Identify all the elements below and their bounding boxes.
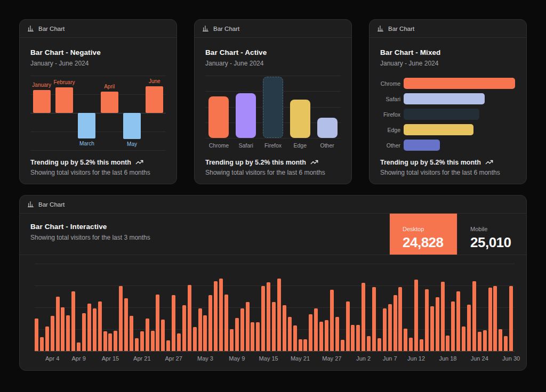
daily-bar[interactable] — [51, 316, 54, 351]
bar-march[interactable] — [78, 113, 95, 138]
bar-january[interactable] — [33, 90, 51, 113]
daily-bar[interactable] — [98, 301, 102, 351]
bar-firefox[interactable] — [263, 77, 283, 138]
daily-bar[interactable] — [309, 314, 312, 351]
daily-bar[interactable] — [161, 320, 165, 351]
daily-bar[interactable] — [504, 336, 508, 351]
daily-bar[interactable] — [35, 318, 38, 351]
daily-bar[interactable] — [208, 295, 212, 351]
daily-bar[interactable] — [335, 317, 339, 351]
daily-bar[interactable] — [330, 290, 334, 351]
daily-bar[interactable] — [488, 288, 492, 351]
daily-bar[interactable] — [40, 337, 44, 352]
daily-bar[interactable] — [314, 308, 318, 351]
daily-bar[interactable] — [483, 330, 487, 351]
daily-bar[interactable] — [61, 307, 65, 351]
daily-bar[interactable] — [151, 331, 155, 351]
daily-bar[interactable] — [299, 339, 302, 351]
daily-bar[interactable] — [235, 318, 239, 351]
daily-bar[interactable] — [119, 286, 123, 351]
daily-bar[interactable] — [499, 329, 502, 351]
daily-bar[interactable] — [230, 329, 234, 351]
mixed-bar-chart[interactable]: ChromeSafariFirefoxEdgeOther — [380, 78, 516, 151]
bar-june[interactable] — [146, 86, 163, 113]
daily-bar[interactable] — [272, 302, 276, 351]
daily-bar[interactable] — [124, 298, 128, 351]
daily-bar[interactable] — [462, 326, 465, 351]
daily-bar[interactable] — [82, 313, 86, 351]
daily-bar[interactable] — [383, 308, 387, 351]
daily-bar[interactable] — [261, 286, 265, 351]
daily-bar[interactable] — [56, 297, 60, 351]
negative-bar-chart[interactable]: JanuaryFebruaryMarchAprilMayJune — [30, 76, 166, 150]
bar-chrome[interactable] — [404, 78, 515, 89]
daily-bar[interactable] — [509, 286, 513, 351]
daily-bar[interactable] — [66, 315, 70, 351]
daily-bar[interactable] — [372, 287, 376, 351]
daily-bar[interactable] — [214, 281, 218, 351]
daily-bar[interactable] — [378, 338, 381, 351]
daily-bar[interactable] — [430, 306, 434, 351]
daily-bar[interactable] — [87, 304, 91, 351]
daily-bar[interactable] — [456, 291, 460, 351]
daily-bar[interactable] — [404, 329, 407, 351]
bar-edge[interactable] — [404, 124, 473, 135]
daily-bar[interactable] — [303, 339, 307, 351]
daily-bar[interactable] — [451, 301, 455, 351]
daily-bar[interactable] — [188, 285, 191, 351]
daily-bar[interactable] — [71, 291, 75, 351]
daily-bar[interactable] — [398, 287, 402, 351]
bar-safari[interactable] — [236, 93, 256, 138]
daily-bar[interactable] — [478, 332, 481, 351]
bar-other[interactable] — [404, 140, 440, 151]
daily-bar[interactable] — [146, 318, 149, 351]
daily-bar[interactable] — [351, 325, 355, 351]
daily-bar[interactable] — [436, 297, 439, 351]
daily-bar[interactable] — [251, 322, 254, 351]
daily-bar[interactable] — [45, 326, 49, 351]
daily-bar[interactable] — [493, 286, 497, 351]
daily-bar[interactable] — [103, 331, 107, 351]
active-bar-chart[interactable]: ChromeSafariFirefoxEdgeOther — [205, 76, 341, 150]
daily-bar[interactable] — [267, 282, 270, 351]
bar-chrome[interactable] — [208, 96, 229, 138]
daily-bar[interactable] — [224, 295, 228, 351]
bar-may[interactable] — [123, 113, 141, 139]
daily-bar[interactable] — [425, 289, 429, 351]
daily-bar[interactable] — [114, 331, 117, 351]
daily-bar[interactable] — [198, 308, 202, 351]
daily-bar[interactable] — [388, 304, 392, 351]
daily-bar[interactable] — [441, 282, 445, 351]
daily-bar[interactable] — [325, 320, 328, 351]
daily-bar[interactable] — [446, 336, 449, 351]
daily-bar[interactable] — [135, 338, 139, 351]
daily-bar[interactable] — [341, 340, 344, 351]
daily-bar[interactable] — [193, 327, 197, 351]
daily-bar[interactable] — [156, 295, 159, 351]
interactive-bar-chart[interactable] — [35, 264, 515, 351]
daily-bar[interactable] — [283, 305, 286, 351]
bar-february[interactable] — [55, 87, 73, 113]
daily-bar[interactable] — [356, 325, 360, 351]
daily-bar[interactable] — [177, 333, 181, 351]
daily-bar[interactable] — [256, 322, 260, 351]
daily-bar[interactable] — [203, 315, 207, 352]
daily-bar[interactable] — [140, 331, 144, 351]
daily-bar[interactable] — [472, 281, 476, 351]
toggle-mobile[interactable]: Mobile 25,010 — [457, 214, 526, 255]
daily-bar[interactable] — [409, 338, 413, 351]
bar-safari[interactable] — [404, 93, 485, 104]
daily-bar[interactable] — [172, 295, 175, 351]
daily-bar[interactable] — [467, 305, 471, 351]
daily-bar[interactable] — [414, 280, 418, 351]
daily-bar[interactable] — [362, 283, 365, 351]
daily-bar[interactable] — [394, 295, 397, 351]
daily-bar[interactable] — [346, 301, 350, 351]
daily-bar[interactable] — [166, 340, 170, 352]
daily-bar[interactable] — [182, 305, 186, 351]
daily-bar[interactable] — [130, 316, 133, 351]
daily-bar[interactable] — [293, 325, 297, 351]
daily-bar[interactable] — [219, 279, 223, 351]
daily-bar[interactable] — [288, 317, 292, 351]
daily-bar[interactable] — [277, 279, 281, 351]
